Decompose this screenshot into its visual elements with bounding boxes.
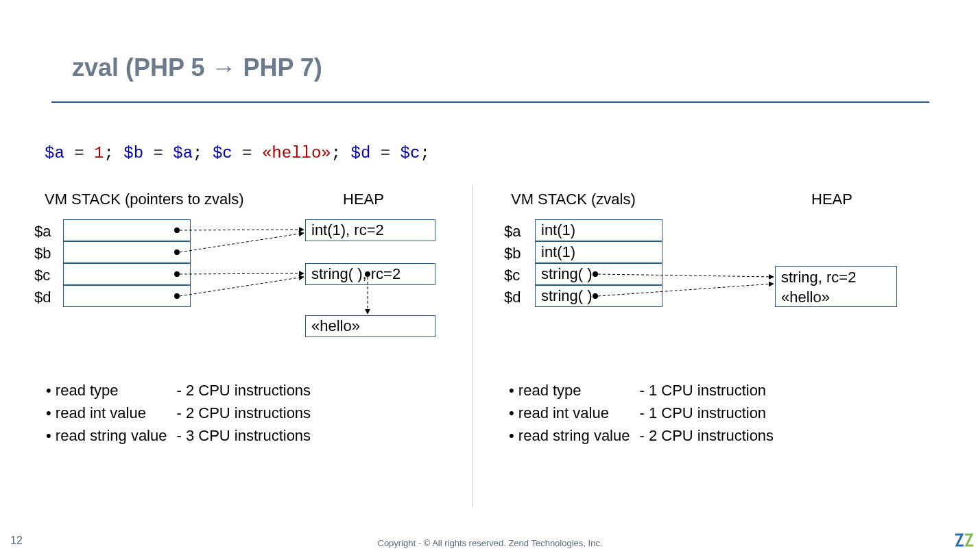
right-var-a: $a [504, 223, 521, 241]
left-var-a: $a [34, 223, 51, 241]
right-cell-b: int(1) [535, 241, 662, 263]
left-cell-a [63, 219, 191, 241]
right-cell-c: string( ) [535, 263, 662, 285]
left-heap-hello: «hello» [305, 315, 435, 337]
right-heap-line2: «hello» [781, 288, 891, 308]
svg-line-8 [180, 277, 304, 296]
left-cell-b [63, 241, 191, 263]
svg-line-5 [180, 230, 304, 230]
right-stack-header: VM STACK (zvals) [511, 191, 636, 208]
left-heap-header: HEAP [343, 191, 384, 208]
left-cell-c [63, 263, 191, 285]
svg-line-6 [180, 233, 304, 252]
footer-copyright: Copyright - © All rights reserved. Zend … [0, 538, 980, 548]
left-stack-header: VM STACK (pointers to zvals) [45, 191, 244, 208]
left-var-d: $d [34, 289, 51, 306]
slide-title: zval (PHP 5 → PHP 7) [72, 53, 322, 82]
left-heap-str: string( ), rc=2 [305, 263, 435, 285]
right-heap-line1: string, rc=2 [781, 268, 891, 288]
right-heap-box: string, rc=2 «hello» [775, 266, 897, 307]
right-cell-d: string( ) [535, 285, 662, 307]
right-var-d: $d [504, 289, 521, 306]
right-var-c: $c [504, 267, 520, 284]
center-divider [472, 185, 473, 507]
right-heap-header: HEAP [811, 191, 852, 208]
left-heap-int: int(1), rc=2 [305, 219, 435, 241]
left-cell-d [63, 285, 191, 307]
right-cell-a: int(1) [535, 219, 662, 241]
left-bullets: read type- 2 CPU instructions read int v… [45, 379, 320, 448]
left-var-b: $b [34, 245, 51, 262]
zend-logo-icon [954, 533, 973, 547]
svg-line-7 [180, 273, 304, 274]
right-bullets: read type- 1 CPU instruction read int va… [507, 379, 783, 448]
page-number: 12 [10, 535, 23, 547]
right-var-b: $b [504, 245, 521, 262]
title-divider [51, 101, 929, 103]
left-var-c: $c [34, 267, 50, 284]
code-example: $a = 1; $b = $a; $c = «hello»; $d = $c; [45, 144, 430, 162]
